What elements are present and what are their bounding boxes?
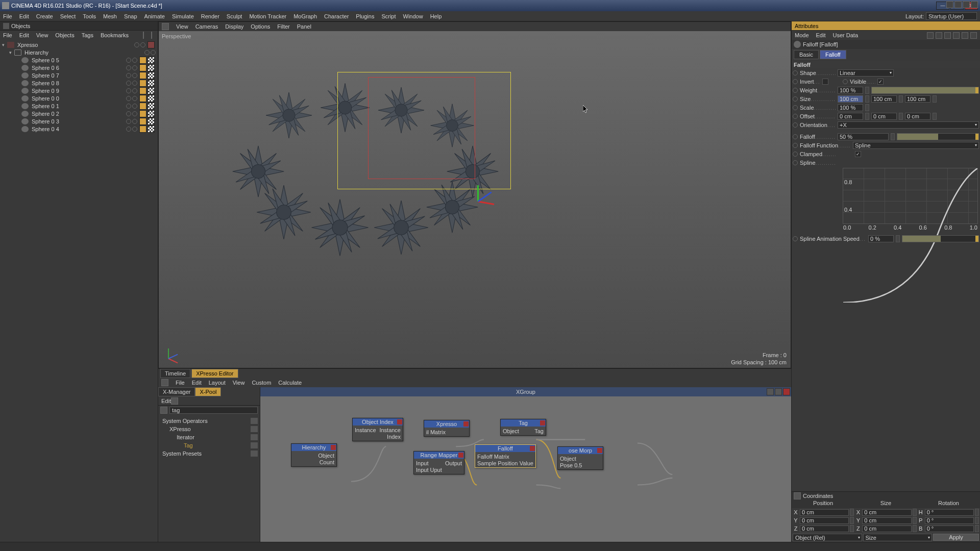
offset-y-field[interactable]: 0 cm xyxy=(871,113,897,120)
tree-item[interactable]: Sphere 0 1 xyxy=(0,102,158,110)
param-dot-icon[interactable] xyxy=(793,96,798,102)
obj-menu-bookmarks[interactable]: Bookmarks xyxy=(101,32,129,38)
param-dot-icon[interactable] xyxy=(793,122,798,128)
scene-object[interactable] xyxy=(377,86,425,134)
xpool-edit-menu[interactable]: Edit xyxy=(161,398,171,404)
offset-y-spinner[interactable] xyxy=(899,113,903,120)
menu-character[interactable]: Character xyxy=(324,13,349,19)
tree-item[interactable]: Sphere 0 3 xyxy=(0,117,158,125)
rot-H-field[interactable]: 0 ° xyxy=(925,509,974,516)
ed-menu-custom[interactable]: Custom xyxy=(252,380,271,386)
weight-slider[interactable] xyxy=(871,87,979,94)
offset-z-spinner[interactable] xyxy=(933,113,937,120)
visible-checkbox[interactable]: ✓ xyxy=(877,79,884,85)
node-posemorph[interactable]: ose Morp Object Pose 0.5 xyxy=(557,446,603,470)
ed-menu-layout[interactable]: Layout xyxy=(209,380,226,386)
param-dot-icon[interactable] xyxy=(793,134,798,139)
xpool-item[interactable]: Tag xyxy=(160,441,258,449)
view-move-icon[interactable] xyxy=(946,1,953,8)
spline-speed-slider[interactable] xyxy=(902,235,979,242)
falloff-function-select[interactable]: Spline xyxy=(853,142,979,149)
menu-render[interactable]: Render xyxy=(201,13,219,19)
xpool-new-icon[interactable] xyxy=(171,397,178,405)
search-icon[interactable] xyxy=(143,32,144,39)
coord-mode1-select[interactable]: Object (Rel) xyxy=(793,534,862,541)
size-z-field[interactable]: 100 cm xyxy=(905,95,930,103)
menu-script[interactable]: Script xyxy=(381,13,396,19)
view-nav-icon[interactable] xyxy=(162,23,169,30)
layout-select[interactable]: Startup (User) xyxy=(926,12,977,20)
node-falloff[interactable]: Falloff Falloff Matrix Sample PositionVa… xyxy=(475,444,536,468)
view-menu-options[interactable]: Options xyxy=(251,23,270,30)
menu-animate[interactable]: Animate xyxy=(144,13,165,19)
param-dot-icon[interactable] xyxy=(793,114,798,119)
param-dot-icon[interactable] xyxy=(793,79,798,84)
apply-button[interactable]: Apply xyxy=(933,534,979,541)
tree-item[interactable]: Sphere 0 6 xyxy=(0,64,158,71)
attr-menu-edit[interactable]: Edit xyxy=(816,32,826,38)
param-dot-icon[interactable] xyxy=(793,160,798,165)
view-menu-panel[interactable]: Panel xyxy=(297,23,311,30)
xpool-item[interactable]: XPresso xyxy=(160,425,258,433)
size-y-field[interactable]: 100 cm xyxy=(871,95,897,103)
node-graph[interactable]: XGroup Hierarchy xyxy=(260,387,791,542)
size-Y-field[interactable]: 0 cm xyxy=(862,517,911,524)
coord-mode2-select[interactable]: Size xyxy=(863,534,933,541)
node-objectindex[interactable]: Object Index InstanceInstance Index xyxy=(352,418,403,441)
clamped-checkbox[interactable]: ✓ xyxy=(855,151,861,157)
eye-icon[interactable] xyxy=(151,32,152,39)
obj-menu-tags[interactable]: Tags xyxy=(82,32,93,38)
menu-snap[interactable]: Snap xyxy=(124,13,137,19)
pos-Y-field[interactable]: 0 cm xyxy=(800,517,849,524)
obj-menu-objects[interactable]: Objects xyxy=(55,32,74,38)
menu-select[interactable]: Select xyxy=(60,13,76,19)
viewport[interactable]: Perspective Frame : 0 xyxy=(159,31,791,368)
view-menu-cameras[interactable]: Cameras xyxy=(195,23,218,30)
tree-item[interactable]: Sphere 0 7 xyxy=(0,71,158,79)
scale-spinner[interactable] xyxy=(865,104,869,111)
view-zoom-icon[interactable] xyxy=(963,1,970,8)
tree-item[interactable]: Sphere 0 5 xyxy=(0,56,158,64)
xgroup-min-icon[interactable] xyxy=(767,388,774,395)
orientation-select[interactable]: +X xyxy=(838,121,979,129)
size-x-spinner[interactable] xyxy=(865,95,869,103)
menu-mograph[interactable]: MoGraph xyxy=(293,13,317,19)
tree-item[interactable]: ▾Xpresso xyxy=(0,41,158,48)
offset-x-field[interactable]: 0 cm xyxy=(838,113,863,120)
scene-object[interactable] xyxy=(256,184,312,240)
view-menu-filter[interactable]: Filter xyxy=(277,23,289,30)
tree-item[interactable]: Sphere 0 4 xyxy=(0,125,158,133)
attr-up-icon[interactable] xyxy=(944,32,951,39)
menu-edit[interactable]: Edit xyxy=(19,13,29,19)
falloff-spinner[interactable] xyxy=(891,133,895,140)
pos-X-field[interactable]: 0 cm xyxy=(800,509,849,516)
menu-window[interactable]: Window xyxy=(403,13,423,19)
scene-object[interactable] xyxy=(310,198,370,257)
size-x-field[interactable]: 100 cm xyxy=(838,95,863,103)
attr-fwd-icon[interactable] xyxy=(936,32,942,39)
objects-tree[interactable]: ▾Xpresso▾HierarchySphere 0 5Sphere 0 6Sp… xyxy=(0,40,158,542)
offset-z-field[interactable]: 0 cm xyxy=(905,113,930,120)
ed-menu-file[interactable]: File xyxy=(176,380,185,386)
menu-sculpt[interactable]: Sculpt xyxy=(227,13,242,19)
menu-file[interactable]: File xyxy=(3,13,12,19)
tree-item[interactable]: Sphere 0 9 xyxy=(0,87,158,94)
param-dot-icon[interactable] xyxy=(793,236,798,241)
weight-spinner[interactable] xyxy=(865,87,869,94)
scale-field[interactable]: 100 % xyxy=(838,104,863,111)
ed-menu-calculate[interactable]: Calculate xyxy=(278,380,302,386)
offset-x-spinner[interactable] xyxy=(865,113,869,120)
view-rotate-icon[interactable] xyxy=(954,1,962,8)
shape-select[interactable]: Linear xyxy=(838,69,894,77)
menu-mesh[interactable]: Mesh xyxy=(103,13,117,19)
weight-field[interactable]: 100 % xyxy=(838,87,863,94)
attr-menu-userdata[interactable]: User Data xyxy=(833,32,859,38)
node-rangemapper[interactable]: Range Mapper InputOutput Input Uput xyxy=(413,451,464,474)
obj-menu-file[interactable]: File xyxy=(3,32,12,38)
scene-object[interactable] xyxy=(373,199,429,256)
tab-xmanager[interactable]: X-Manager xyxy=(158,387,195,396)
scene-object[interactable] xyxy=(320,83,371,133)
node-hierarchy[interactable]: Hierarchy Object Count xyxy=(291,443,337,467)
tree-item[interactable]: Sphere 0 0 xyxy=(0,94,158,102)
tree-item[interactable]: ▾Hierarchy xyxy=(0,48,158,56)
